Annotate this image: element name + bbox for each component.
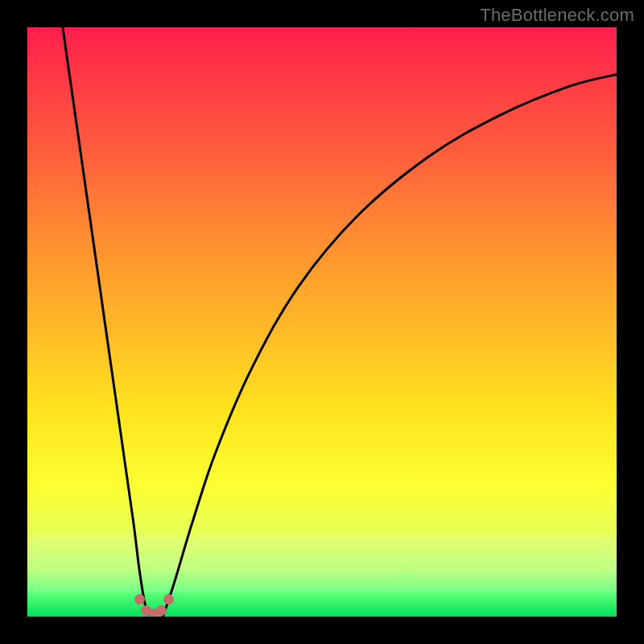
low-point-marker: [134, 594, 145, 605]
bottleneck-curve: [27, 27, 617, 617]
plot-area: [27, 27, 617, 617]
attribution-label: TheBottleneck.com: [480, 5, 634, 26]
low-point-marker: [163, 594, 174, 605]
